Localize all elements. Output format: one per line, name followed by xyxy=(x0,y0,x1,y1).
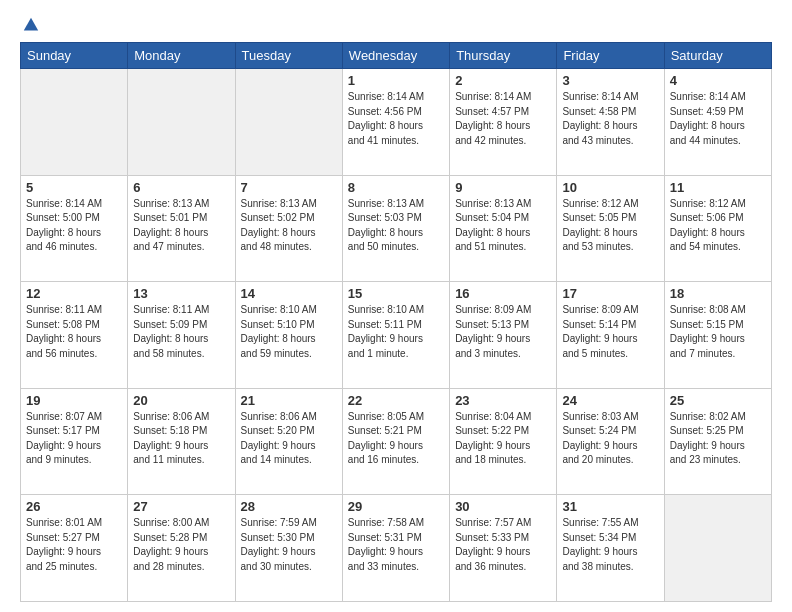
day-number: 27 xyxy=(133,499,229,514)
cell-info: Sunrise: 7:57 AMSunset: 5:33 PMDaylight:… xyxy=(455,516,551,574)
logo xyxy=(20,16,40,34)
weekday-thursday: Thursday xyxy=(450,43,557,69)
day-number: 8 xyxy=(348,180,444,195)
day-number: 3 xyxy=(562,73,658,88)
weekday-tuesday: Tuesday xyxy=(235,43,342,69)
cell-info: Sunrise: 8:14 AMSunset: 4:57 PMDaylight:… xyxy=(455,90,551,148)
day-number: 4 xyxy=(670,73,766,88)
cell-info: Sunrise: 8:12 AMSunset: 5:06 PMDaylight:… xyxy=(670,197,766,255)
weekday-monday: Monday xyxy=(128,43,235,69)
day-number: 13 xyxy=(133,286,229,301)
cell-info: Sunrise: 7:55 AMSunset: 5:34 PMDaylight:… xyxy=(562,516,658,574)
day-number: 9 xyxy=(455,180,551,195)
calendar-cell: 2Sunrise: 8:14 AMSunset: 4:57 PMDaylight… xyxy=(450,69,557,176)
cell-info: Sunrise: 8:13 AMSunset: 5:03 PMDaylight:… xyxy=(348,197,444,255)
calendar-cell: 5Sunrise: 8:14 AMSunset: 5:00 PMDaylight… xyxy=(21,175,128,282)
cell-info: Sunrise: 8:06 AMSunset: 5:18 PMDaylight:… xyxy=(133,410,229,468)
calendar-cell xyxy=(21,69,128,176)
day-number: 18 xyxy=(670,286,766,301)
calendar-cell: 9Sunrise: 8:13 AMSunset: 5:04 PMDaylight… xyxy=(450,175,557,282)
day-number: 10 xyxy=(562,180,658,195)
day-number: 11 xyxy=(670,180,766,195)
day-number: 15 xyxy=(348,286,444,301)
cell-info: Sunrise: 8:10 AMSunset: 5:10 PMDaylight:… xyxy=(241,303,337,361)
cell-info: Sunrise: 8:14 AMSunset: 5:00 PMDaylight:… xyxy=(26,197,122,255)
cell-info: Sunrise: 8:12 AMSunset: 5:05 PMDaylight:… xyxy=(562,197,658,255)
cell-info: Sunrise: 8:13 AMSunset: 5:01 PMDaylight:… xyxy=(133,197,229,255)
day-number: 19 xyxy=(26,393,122,408)
calendar-cell: 30Sunrise: 7:57 AMSunset: 5:33 PMDayligh… xyxy=(450,495,557,602)
calendar-cell: 8Sunrise: 8:13 AMSunset: 5:03 PMDaylight… xyxy=(342,175,449,282)
cell-info: Sunrise: 8:01 AMSunset: 5:27 PMDaylight:… xyxy=(26,516,122,574)
calendar-cell xyxy=(664,495,771,602)
calendar-cell: 31Sunrise: 7:55 AMSunset: 5:34 PMDayligh… xyxy=(557,495,664,602)
calendar-cell: 14Sunrise: 8:10 AMSunset: 5:10 PMDayligh… xyxy=(235,282,342,389)
calendar-cell: 24Sunrise: 8:03 AMSunset: 5:24 PMDayligh… xyxy=(557,388,664,495)
calendar-cell: 12Sunrise: 8:11 AMSunset: 5:08 PMDayligh… xyxy=(21,282,128,389)
week-row-3: 19Sunrise: 8:07 AMSunset: 5:17 PMDayligh… xyxy=(21,388,772,495)
day-number: 24 xyxy=(562,393,658,408)
calendar-cell: 18Sunrise: 8:08 AMSunset: 5:15 PMDayligh… xyxy=(664,282,771,389)
day-number: 2 xyxy=(455,73,551,88)
day-number: 14 xyxy=(241,286,337,301)
day-number: 26 xyxy=(26,499,122,514)
cell-info: Sunrise: 8:03 AMSunset: 5:24 PMDaylight:… xyxy=(562,410,658,468)
calendar-cell: 15Sunrise: 8:10 AMSunset: 5:11 PMDayligh… xyxy=(342,282,449,389)
cell-info: Sunrise: 8:09 AMSunset: 5:13 PMDaylight:… xyxy=(455,303,551,361)
calendar-cell: 29Sunrise: 7:58 AMSunset: 5:31 PMDayligh… xyxy=(342,495,449,602)
weekday-header-row: SundayMondayTuesdayWednesdayThursdayFrid… xyxy=(21,43,772,69)
cell-info: Sunrise: 7:58 AMSunset: 5:31 PMDaylight:… xyxy=(348,516,444,574)
cell-info: Sunrise: 8:13 AMSunset: 5:02 PMDaylight:… xyxy=(241,197,337,255)
day-number: 23 xyxy=(455,393,551,408)
calendar-cell: 4Sunrise: 8:14 AMSunset: 4:59 PMDaylight… xyxy=(664,69,771,176)
calendar-cell: 27Sunrise: 8:00 AMSunset: 5:28 PMDayligh… xyxy=(128,495,235,602)
week-row-4: 26Sunrise: 8:01 AMSunset: 5:27 PMDayligh… xyxy=(21,495,772,602)
day-number: 6 xyxy=(133,180,229,195)
calendar-cell: 17Sunrise: 8:09 AMSunset: 5:14 PMDayligh… xyxy=(557,282,664,389)
calendar-cell: 22Sunrise: 8:05 AMSunset: 5:21 PMDayligh… xyxy=(342,388,449,495)
calendar-cell: 28Sunrise: 7:59 AMSunset: 5:30 PMDayligh… xyxy=(235,495,342,602)
day-number: 31 xyxy=(562,499,658,514)
cell-info: Sunrise: 8:14 AMSunset: 4:59 PMDaylight:… xyxy=(670,90,766,148)
calendar-cell: 1Sunrise: 8:14 AMSunset: 4:56 PMDaylight… xyxy=(342,69,449,176)
cell-info: Sunrise: 8:00 AMSunset: 5:28 PMDaylight:… xyxy=(133,516,229,574)
calendar-cell: 19Sunrise: 8:07 AMSunset: 5:17 PMDayligh… xyxy=(21,388,128,495)
cell-info: Sunrise: 8:11 AMSunset: 5:08 PMDaylight:… xyxy=(26,303,122,361)
weekday-wednesday: Wednesday xyxy=(342,43,449,69)
svg-marker-0 xyxy=(24,18,38,31)
calendar-cell xyxy=(128,69,235,176)
calendar-cell: 21Sunrise: 8:06 AMSunset: 5:20 PMDayligh… xyxy=(235,388,342,495)
day-number: 17 xyxy=(562,286,658,301)
cell-info: Sunrise: 8:14 AMSunset: 4:56 PMDaylight:… xyxy=(348,90,444,148)
day-number: 5 xyxy=(26,180,122,195)
day-number: 21 xyxy=(241,393,337,408)
calendar-cell: 23Sunrise: 8:04 AMSunset: 5:22 PMDayligh… xyxy=(450,388,557,495)
day-number: 22 xyxy=(348,393,444,408)
cell-info: Sunrise: 8:13 AMSunset: 5:04 PMDaylight:… xyxy=(455,197,551,255)
calendar-cell: 26Sunrise: 8:01 AMSunset: 5:27 PMDayligh… xyxy=(21,495,128,602)
cell-info: Sunrise: 8:04 AMSunset: 5:22 PMDaylight:… xyxy=(455,410,551,468)
weekday-sunday: Sunday xyxy=(21,43,128,69)
calendar-cell: 11Sunrise: 8:12 AMSunset: 5:06 PMDayligh… xyxy=(664,175,771,282)
day-number: 29 xyxy=(348,499,444,514)
day-number: 7 xyxy=(241,180,337,195)
calendar-cell: 20Sunrise: 8:06 AMSunset: 5:18 PMDayligh… xyxy=(128,388,235,495)
cell-info: Sunrise: 8:07 AMSunset: 5:17 PMDaylight:… xyxy=(26,410,122,468)
calendar-cell xyxy=(235,69,342,176)
day-number: 25 xyxy=(670,393,766,408)
day-number: 16 xyxy=(455,286,551,301)
cell-info: Sunrise: 8:05 AMSunset: 5:21 PMDaylight:… xyxy=(348,410,444,468)
cell-info: Sunrise: 8:08 AMSunset: 5:15 PMDaylight:… xyxy=(670,303,766,361)
weekday-saturday: Saturday xyxy=(664,43,771,69)
cell-info: Sunrise: 8:02 AMSunset: 5:25 PMDaylight:… xyxy=(670,410,766,468)
cell-info: Sunrise: 8:10 AMSunset: 5:11 PMDaylight:… xyxy=(348,303,444,361)
page: SundayMondayTuesdayWednesdayThursdayFrid… xyxy=(0,0,792,612)
calendar-cell: 7Sunrise: 8:13 AMSunset: 5:02 PMDaylight… xyxy=(235,175,342,282)
cell-info: Sunrise: 8:09 AMSunset: 5:14 PMDaylight:… xyxy=(562,303,658,361)
calendar-cell: 25Sunrise: 8:02 AMSunset: 5:25 PMDayligh… xyxy=(664,388,771,495)
day-number: 30 xyxy=(455,499,551,514)
day-number: 20 xyxy=(133,393,229,408)
cell-info: Sunrise: 8:11 AMSunset: 5:09 PMDaylight:… xyxy=(133,303,229,361)
calendar-cell: 3Sunrise: 8:14 AMSunset: 4:58 PMDaylight… xyxy=(557,69,664,176)
calendar-cell: 6Sunrise: 8:13 AMSunset: 5:01 PMDaylight… xyxy=(128,175,235,282)
